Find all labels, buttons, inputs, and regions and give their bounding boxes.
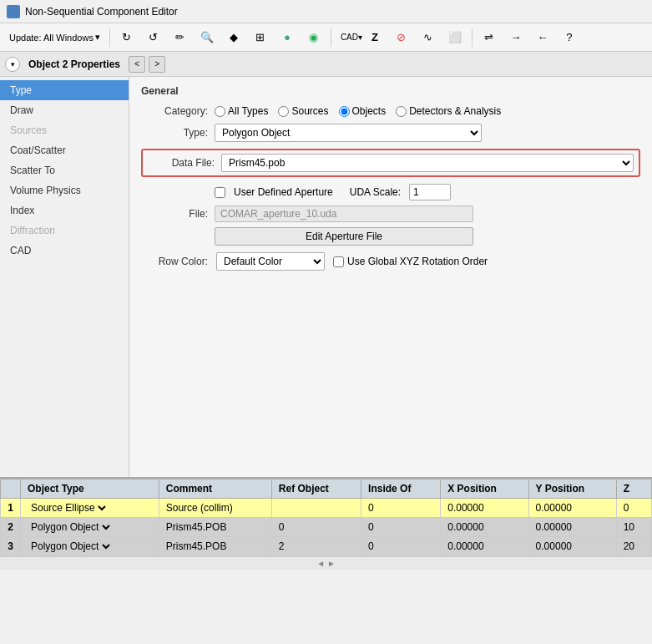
scroll-indicator: ◄ ► [0, 556, 652, 570]
sidebar-item-cad[interactable]: CAD [0, 241, 129, 261]
object-type-wrapper-2: Polygon Object [28, 520, 152, 534]
category-objects-radio[interactable] [339, 106, 350, 117]
edit-aperture-button[interactable]: Edit Aperture File [215, 227, 473, 246]
col-header-y-position[interactable]: Y Position [528, 479, 616, 499]
sidebar-item-volumephysics[interactable]: Volume Physics [0, 180, 129, 200]
row-num-2: 2 [1, 518, 21, 537]
3d-button[interactable]: ◆ [222, 28, 245, 48]
grid-icon: ⊞ [253, 30, 268, 45]
category-sources-radio[interactable] [278, 106, 289, 117]
data-file-select[interactable]: Prism45.pob [221, 154, 634, 172]
col-header-ref-object[interactable]: Ref Object [271, 479, 361, 499]
bottom-table-container: Object Type Comment Ref Object Inside Of… [0, 477, 652, 644]
category-all-types-label: All Types [228, 105, 268, 117]
stop-icon: ⊘ [394, 30, 409, 45]
row-color-select[interactable]: Default Color Red Green Blue Yellow [216, 252, 325, 271]
refresh-all-button[interactable]: ↺ [142, 28, 165, 48]
col-header-object-type[interactable]: Object Type [21, 479, 159, 499]
cad-icon: CAD▾ [341, 30, 356, 45]
type-select[interactable]: Polygon Object Source Ellipse Detector R… [215, 124, 482, 142]
sidebar-item-scatterto[interactable]: Scatter To [0, 160, 129, 180]
export-button[interactable]: ⬜ [443, 28, 467, 48]
dot-icon: ● [280, 30, 295, 45]
tab-prev-button[interactable]: < [129, 56, 145, 73]
uda-label: User Defined Aperture [234, 186, 333, 198]
3d-icon: ◆ [226, 30, 241, 45]
z-cell-3: 20 [616, 537, 651, 556]
uda-scale-input[interactable]: 1 [409, 184, 451, 200]
sidebar-item-type[interactable]: Type [0, 80, 129, 100]
inside-of-cell-3: 0 [361, 537, 441, 556]
table-header-row: Object Type Comment Ref Object Inside Of… [1, 479, 652, 499]
type-row: Type: Polygon Object Source Ellipse Dete… [141, 124, 640, 142]
z-button[interactable]: Z [363, 28, 387, 48]
edit-icon: ✏ [173, 30, 188, 45]
file-row: File: COMAR_aperture_10.uda [141, 205, 640, 222]
toolbar-separator-3 [472, 28, 473, 47]
row-color-row: Row Color: Default Color Red Green Blue … [141, 252, 640, 271]
xyz-rotation-checkbox[interactable] [333, 256, 344, 267]
toolbar-separator-2 [331, 28, 331, 47]
sidebar-item-draw[interactable]: Draw [0, 100, 129, 120]
col-header-comment[interactable]: Comment [159, 479, 271, 499]
collapse-button[interactable]: ▾ [5, 57, 20, 72]
z-cell-1: 0 [616, 499, 651, 518]
dot-button[interactable]: ● [275, 28, 299, 48]
edit-button[interactable]: ✏ [169, 28, 192, 48]
z-icon: Z [367, 30, 382, 45]
object-type-select-1[interactable]: Source Ellipse [28, 501, 109, 515]
z-cell-2: 10 [616, 518, 651, 537]
category-detectors[interactable]: Detectors & Analysis [396, 105, 501, 117]
help-button[interactable]: ? [558, 28, 581, 48]
curve-button[interactable]: ∿ [417, 28, 440, 48]
object-type-cell-3: Polygon Object [21, 537, 159, 556]
title-bar: Non-Sequential Component Editor [0, 0, 652, 23]
y-position-cell-1: 0.00000 [528, 499, 616, 518]
comment-cell-2: Prism45.POB [159, 518, 271, 537]
grid-button[interactable]: ⊞ [249, 28, 272, 48]
find-icon: 🔍 [200, 30, 215, 45]
refresh-button[interactable]: ↻ [115, 28, 139, 48]
data-table: Object Type Comment Ref Object Inside Of… [0, 479, 652, 556]
stop-button[interactable]: ⊘ [390, 28, 413, 48]
xyz-rotation-label[interactable]: Use Global XYZ Rotation Order [333, 256, 488, 267]
category-row: Category: All Types Sources Objects Dete… [141, 105, 640, 117]
category-detectors-radio[interactable] [396, 106, 407, 117]
category-all-types[interactable]: All Types [215, 105, 268, 117]
category-objects[interactable]: Objects [339, 105, 387, 117]
uda-row: User Defined Aperture UDA Scale: 1 [215, 184, 640, 200]
category-all-types-radio[interactable] [215, 106, 225, 117]
arrow-right-button[interactable]: → [504, 28, 528, 48]
tab-next-button[interactable]: > [149, 56, 165, 73]
comment-cell-3: Prism45.POB [159, 537, 271, 556]
main-content: Type Draw Sources Coat/Scatter Scatter T… [0, 77, 652, 477]
col-header-z[interactable]: Z [616, 479, 651, 499]
refresh-all-icon: ↺ [146, 30, 161, 45]
cad-button[interactable]: CAD▾ [336, 28, 360, 48]
object-type-select-2[interactable]: Polygon Object [28, 520, 113, 534]
ref-object-cell-2: 0 [271, 518, 361, 537]
category-sources[interactable]: Sources [278, 105, 328, 117]
object-type-select-3[interactable]: Polygon Object [28, 540, 113, 553]
col-header-inside-of[interactable]: Inside Of [361, 479, 441, 499]
find-button[interactable]: 🔍 [195, 28, 219, 48]
sidebar-item-sources: Sources [0, 120, 129, 140]
ref-object-cell-1 [271, 499, 361, 518]
file-label: File: [141, 208, 208, 220]
arrow-right-icon: → [508, 30, 523, 45]
uda-checkbox[interactable] [215, 187, 225, 198]
col-header-x-position[interactable]: X Position [441, 479, 528, 499]
comment-cell-1: Source (collim) [159, 499, 271, 518]
toolbar-separator-1 [109, 28, 110, 47]
inside-of-cell-2: 0 [361, 518, 441, 537]
row-num-3: 3 [1, 537, 21, 556]
xyz-rotation-text: Use Global XYZ Rotation Order [347, 256, 488, 267]
sidebar-item-index[interactable]: Index [0, 200, 129, 221]
arrow-left-button[interactable]: ← [531, 28, 554, 48]
sidebar-item-coatscatter[interactable]: Coat/Scatter [0, 140, 129, 160]
shape-button[interactable]: ◉ [302, 28, 326, 48]
y-position-cell-2: 0.00000 [528, 518, 616, 537]
flow-button[interactable]: ⇌ [478, 28, 501, 48]
update-button[interactable]: Update: All Windows ▾ [5, 29, 104, 45]
flow-icon: ⇌ [482, 30, 497, 45]
